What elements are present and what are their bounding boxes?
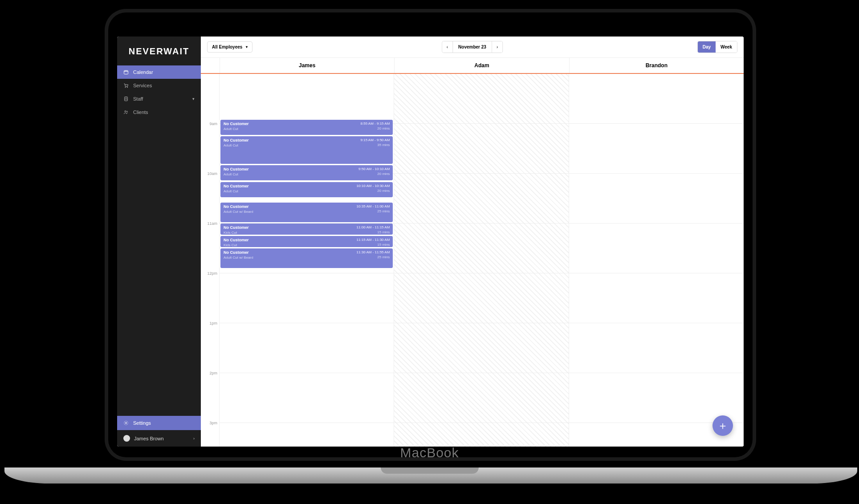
sidebar-item-label: Staff xyxy=(133,96,143,102)
column-header-james: James xyxy=(220,58,394,73)
next-day-button[interactable]: › xyxy=(492,41,502,53)
svg-point-7 xyxy=(126,423,127,424)
current-date-label[interactable]: November 23 xyxy=(453,41,492,53)
hour-label: 10am xyxy=(201,171,219,221)
hour-label: 12pm xyxy=(201,271,219,321)
event-service: Kids Cut xyxy=(224,243,390,247)
event-duration: 15 mins xyxy=(377,242,390,247)
sidebar-item-staff[interactable]: Staff ▾ xyxy=(117,92,201,106)
event-service: Adult Cut w/ Beard xyxy=(224,209,390,215)
event-duration: 25 mins xyxy=(377,209,390,214)
sidebar-item-label: Calendar xyxy=(133,69,153,75)
sidebar-bottom: Settings James Brown › xyxy=(117,416,201,447)
calendar-columns: No CustomerAdult Cut8:55 AM - 9:15 AM20 … xyxy=(220,74,744,447)
sidebar-item-services[interactable]: Services xyxy=(117,79,201,92)
svg-point-5 xyxy=(125,111,126,112)
user-profile-button[interactable]: James Brown › xyxy=(117,430,201,447)
appointment-event[interactable]: No CustomerAdult Cut9:15 AM - 9:50 AM35 … xyxy=(220,136,393,164)
hour-label: 3pm xyxy=(201,421,219,447)
event-duration: 20 mins xyxy=(377,126,390,131)
main: All Employees ▾ ‹ November 23 › xyxy=(201,37,744,447)
sidebar-item-calendar[interactable]: Calendar xyxy=(117,65,201,79)
avatar xyxy=(123,435,130,442)
brand-logo: NEVERWAIT xyxy=(117,37,201,65)
time-gutter-header xyxy=(201,58,220,73)
event-service: Adult Cut xyxy=(224,172,390,177)
hour-label: 9am xyxy=(201,122,219,171)
settings-label: Settings xyxy=(133,420,151,426)
laptop-frame: NEVERWAIT Calendar Services xyxy=(105,9,756,461)
event-service: Adult Cut xyxy=(224,126,390,132)
laptop-bezel: NEVERWAIT Calendar Services xyxy=(108,12,753,457)
hour-label: 1pm xyxy=(201,321,219,371)
hour-label: 2pm xyxy=(201,371,219,421)
event-duration: 25 mins xyxy=(377,255,390,260)
appointment-event[interactable]: No CustomerAdult Cut10:10 AM - 10:30 AM2… xyxy=(220,182,393,197)
event-service: Adult Cut w/ Beard xyxy=(224,255,390,260)
cart-icon xyxy=(123,83,129,88)
appointment-event[interactable]: No CustomerKids Cut11:00 AM - 11:15 AM15… xyxy=(220,224,393,235)
hour-label: 11am xyxy=(201,221,219,271)
svg-point-1 xyxy=(125,87,126,88)
chevron-down-icon: ▾ xyxy=(192,97,195,101)
gear-icon xyxy=(123,420,129,426)
date-navigator: ‹ November 23 › xyxy=(442,41,503,53)
view-mode-toggle: Day Week xyxy=(697,41,737,53)
clients-icon xyxy=(123,110,129,115)
user-name: James Brown xyxy=(134,436,164,441)
app-screen: NEVERWAIT Calendar Services xyxy=(117,37,744,447)
column-header-adam: Adam xyxy=(394,58,569,73)
svg-point-2 xyxy=(127,87,128,88)
toolbar: All Employees ▾ ‹ November 23 › xyxy=(201,37,744,58)
filter-label: All Employees xyxy=(212,45,242,49)
event-duration: 35 mins xyxy=(377,142,390,148)
laptop-notch xyxy=(381,467,479,474)
appointment-event[interactable]: No CustomerKids Cut11:15 AM - 11:30 AM15… xyxy=(220,236,393,247)
staff-icon xyxy=(123,96,129,102)
svg-point-4 xyxy=(126,98,126,99)
event-service: Adult Cut xyxy=(224,143,390,148)
week-view-button[interactable]: Week xyxy=(716,41,737,53)
hour-label xyxy=(201,74,219,124)
laptop-brand-label: MacBook xyxy=(400,445,459,460)
chevron-right-icon: › xyxy=(193,436,195,441)
sidebar-item-settings[interactable]: Settings xyxy=(117,416,201,430)
appointment-event[interactable]: No CustomerAdult Cut8:55 AM - 9:15 AM20 … xyxy=(220,120,393,135)
add-appointment-button[interactable]: ＋ xyxy=(712,415,733,436)
event-service: Adult Cut xyxy=(224,189,390,194)
sidebar-item-clients[interactable]: Clients xyxy=(117,106,201,119)
chevron-down-icon: ▾ xyxy=(246,45,248,49)
svg-point-6 xyxy=(127,111,128,112)
sidebar: NEVERWAIT Calendar Services xyxy=(117,37,201,447)
appointment-event[interactable]: No CustomerAdult Cut w/ Beard11:30 AM - … xyxy=(220,248,393,268)
appointment-event[interactable]: No CustomerAdult Cut w/ Beard10:35 AM - … xyxy=(220,203,393,222)
sidebar-item-label: Clients xyxy=(133,110,148,115)
calendar-column-adam[interactable] xyxy=(394,74,569,447)
calendar-column-james[interactable]: No CustomerAdult Cut8:55 AM - 9:15 AM20 … xyxy=(220,74,394,447)
time-gutter: 9am10am11am12pm1pm2pm3pm xyxy=(201,74,220,447)
event-duration: 20 mins xyxy=(377,171,390,177)
appointment-event[interactable]: No CustomerAdult Cut9:50 AM - 10:10 AM20… xyxy=(220,165,393,180)
employee-filter-dropdown[interactable]: All Employees ▾ xyxy=(207,41,252,53)
column-header-brandon: Brandon xyxy=(569,58,744,73)
event-service: Kids Cut xyxy=(224,230,390,235)
svg-rect-0 xyxy=(124,71,128,74)
calendar-body: 9am10am11am12pm1pm2pm3pm No CustomerAdul… xyxy=(201,74,744,447)
chevron-left-icon: ‹ xyxy=(447,45,448,49)
plus-icon: ＋ xyxy=(717,419,728,433)
prev-day-button[interactable]: ‹ xyxy=(442,41,453,53)
event-duration: 20 mins xyxy=(377,188,390,194)
primary-nav: Calendar Services Staff ▾ xyxy=(117,65,201,416)
calendar-icon xyxy=(123,69,129,75)
sidebar-item-label: Services xyxy=(133,83,152,88)
calendar-column-headers: James Adam Brandon xyxy=(201,58,744,74)
chevron-right-icon: › xyxy=(497,45,498,49)
calendar-column-brandon[interactable] xyxy=(569,74,744,447)
day-view-button[interactable]: Day xyxy=(698,41,716,53)
event-duration: 15 mins xyxy=(377,230,390,235)
